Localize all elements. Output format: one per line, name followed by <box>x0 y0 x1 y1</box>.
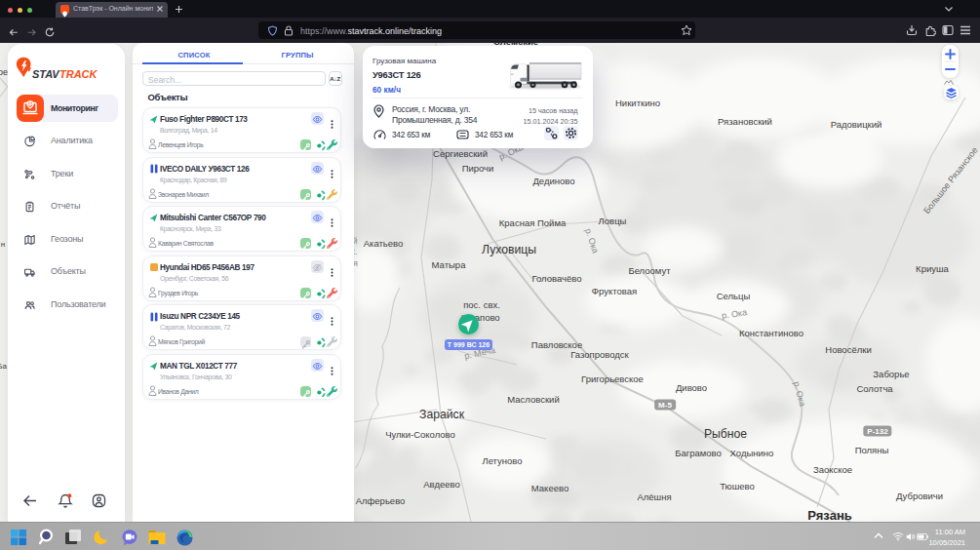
svg-text:STAV: STAV <box>32 68 60 80</box>
svg-text:TRACK: TRACK <box>59 68 98 80</box>
